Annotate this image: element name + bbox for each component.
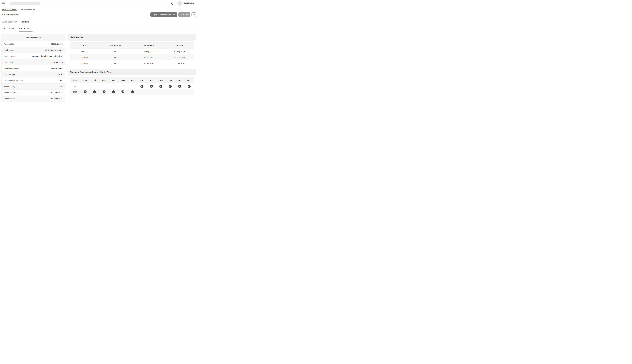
statement-month-cell bbox=[146, 85, 156, 88]
score-button[interactable]: 750 – K2 bbox=[178, 12, 190, 17]
account-row-label: Account Opening Date bbox=[4, 79, 23, 82]
processed-check-icon bbox=[169, 85, 172, 88]
odcc-cell: 31 Dec 2020 bbox=[166, 62, 194, 64]
statement-month-cell bbox=[109, 90, 118, 93]
statement-header-cell: Apr bbox=[109, 79, 118, 82]
statement-table-body: 20232024 bbox=[70, 83, 194, 95]
account-row-label: Branch Name bbox=[4, 55, 16, 57]
statement-month-cell bbox=[118, 90, 128, 93]
statement-header-cell: May bbox=[118, 79, 128, 82]
breadcrumb: Loan Applications › 90282829892092 bbox=[0, 7, 198, 12]
statement-month-cell bbox=[137, 85, 146, 88]
statement-year-cell: 2024 bbox=[70, 91, 80, 93]
account-row: IFSC CodeICIC002328 bbox=[2, 59, 65, 65]
processed-check-icon bbox=[84, 90, 86, 93]
user-name: Ravi Mehta bbox=[184, 2, 194, 4]
account-row-value: ICICI Bank Pvt. Ltd. bbox=[45, 49, 62, 51]
statement-table-row: 2023 bbox=[70, 83, 194, 89]
account-row-value: 01 July 2023 bbox=[52, 92, 62, 94]
statement-header-cell: Aug bbox=[146, 79, 156, 82]
tab-icici-account[interactable]: ICICI – XX 8972 bbox=[19, 25, 32, 32]
statement-month-cell bbox=[175, 85, 184, 88]
account-row-label: Bank Name bbox=[4, 49, 14, 51]
tab-label: Application Form bbox=[2, 21, 17, 23]
odcc-cell: 5,00,000 bbox=[70, 56, 98, 58]
statement-month-cell bbox=[156, 85, 166, 88]
statement-header-cell: Jan bbox=[80, 79, 90, 82]
odcc-header-cell: From Date bbox=[132, 44, 166, 46]
page-actions: Open – Application Form 750 – K2 bbox=[150, 12, 196, 17]
odcc-cell: 01 Sep 2023 bbox=[166, 50, 194, 52]
subtab-label: ICICI – XX 8972 bbox=[19, 27, 32, 30]
breadcrumb-chevron-icon: › bbox=[18, 8, 19, 10]
more-options-button[interactable] bbox=[192, 12, 196, 17]
breadcrumb-current: 90282829892092 bbox=[20, 8, 35, 10]
odcc-cell: 20 Sep 2022 bbox=[132, 50, 166, 52]
account-details-panel: Account Details Account No.67093458972Ba… bbox=[2, 34, 65, 102]
breadcrumb-link-loan-applications[interactable]: Loan Applications bbox=[2, 8, 17, 10]
open-application-form-button[interactable]: Open – Application Form bbox=[150, 12, 177, 17]
account-row-value: ICIC002328 bbox=[52, 61, 62, 63]
account-row: Beneficiary NameHarish Singh bbox=[2, 65, 65, 71]
account-row-value: ODCC bbox=[57, 73, 62, 76]
statement-header-cell: Feb bbox=[90, 79, 99, 82]
odcc-header-cell: Limit bbox=[70, 44, 98, 46]
subtab-label: SBI – XX 8907 bbox=[2, 27, 15, 30]
processed-check-icon bbox=[122, 90, 124, 93]
odcc-table-header: LimitUtilization %From DateTo Date bbox=[70, 42, 194, 48]
statement-status-table: YearJanFebMarAprMayJunJulAugSepOctNovDec… bbox=[70, 77, 194, 95]
hamburger-menu-icon[interactable] bbox=[2, 2, 5, 4]
tab-application-form[interactable]: Application Form bbox=[2, 19, 17, 25]
page-title: VS Enterprises bbox=[2, 13, 19, 16]
odcc-table-row: 10,00,0008920 Sep 202201 Sep 2023 bbox=[70, 48, 194, 54]
odcc-details-header: ODCC Details bbox=[68, 34, 196, 40]
logo-placeholder bbox=[10, 2, 40, 5]
account-row-label: Account Type bbox=[4, 73, 16, 76]
right-column: ODCC Details LimitUtilization %From Date… bbox=[68, 34, 196, 95]
odcc-table-row: 3,00,00010001 Jan 202031 Dec 2020 bbox=[70, 60, 194, 66]
account-row: Statement TypePDF bbox=[2, 84, 65, 90]
statement-header-cell: Sep bbox=[156, 79, 166, 82]
account-details-rows: Account No.67093458972Bank NameICICI Ban… bbox=[2, 41, 65, 102]
main-tabs: Application Form Banking bbox=[0, 19, 198, 25]
account-row-value: PDF bbox=[59, 86, 62, 88]
odcc-table-body: 10,00,0008920 Sep 202201 Sep 20235,00,00… bbox=[70, 48, 194, 66]
tab-sbi-account[interactable]: SBI – XX 8907 bbox=[2, 25, 15, 32]
processed-check-icon bbox=[93, 90, 96, 93]
account-row: Account Opening DateNA bbox=[2, 77, 65, 84]
bank-account-tabs: SBI – XX 8907 ICICI – XX 8972 bbox=[0, 25, 198, 32]
statement-header-cell: Year bbox=[70, 79, 80, 82]
account-row-value: NA bbox=[60, 79, 62, 82]
account-row: Account No.67093458972 bbox=[2, 41, 65, 47]
statement-table-row: 2024 bbox=[70, 89, 194, 95]
odcc-header-cell: To Date bbox=[166, 44, 194, 46]
account-row-value: 67093458972 bbox=[51, 43, 62, 45]
statement-month-cell bbox=[184, 85, 194, 88]
statement-month-cell bbox=[99, 90, 109, 93]
tab-banking[interactable]: Banking bbox=[22, 19, 29, 25]
processed-check-icon bbox=[178, 85, 181, 88]
account-row-label: Statement From bbox=[4, 92, 18, 94]
active-subtab-indicator bbox=[19, 32, 32, 32]
statement-header-cell: Oct bbox=[166, 79, 175, 82]
dot-icon bbox=[194, 14, 195, 15]
tab-label: Banking bbox=[22, 21, 29, 23]
odcc-cell: 01 Jun 2022 bbox=[166, 56, 194, 58]
statement-month-cell bbox=[90, 90, 99, 93]
statement-header-cell: Mar bbox=[99, 79, 109, 82]
notification-bell-icon[interactable] bbox=[171, 2, 174, 5]
processed-check-icon bbox=[103, 90, 106, 93]
account-row-label: IFSC Code bbox=[4, 61, 13, 63]
account-row: Statement From01 July 2023 bbox=[2, 90, 65, 96]
processed-check-icon bbox=[131, 90, 134, 93]
loan-application-page: Ravi Mehta Loan Applications › 902828298… bbox=[0, 0, 198, 105]
odcc-cell: 3,00,000 bbox=[70, 62, 98, 64]
account-row: Account TypeODCC bbox=[2, 71, 65, 77]
statement-month-cell bbox=[128, 90, 137, 93]
processed-check-icon bbox=[150, 85, 153, 88]
odcc-cell: 24 Jul 2021 bbox=[132, 56, 166, 58]
avatar[interactable] bbox=[177, 1, 182, 6]
account-row: Bank NameICICI Bank Pvt. Ltd. bbox=[2, 47, 65, 53]
statement-month-cell bbox=[80, 90, 90, 93]
odcc-cell: 10,00,000 bbox=[70, 50, 98, 52]
